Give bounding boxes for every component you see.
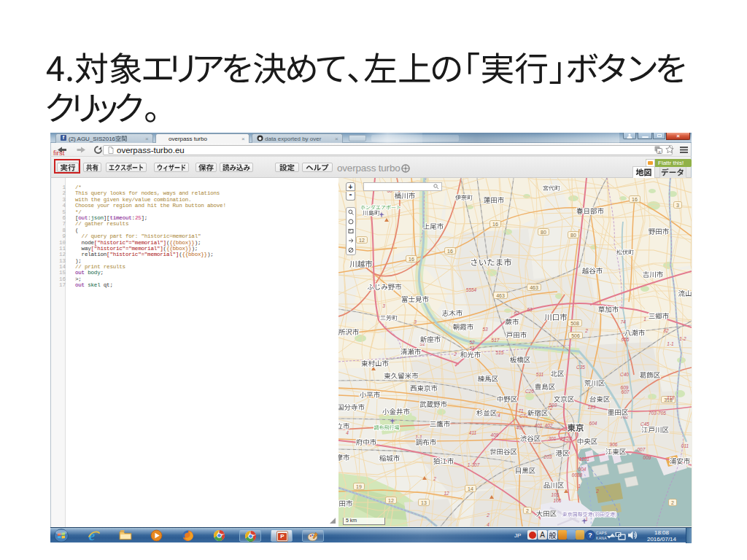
- svg-text:?: ?: [588, 532, 592, 539]
